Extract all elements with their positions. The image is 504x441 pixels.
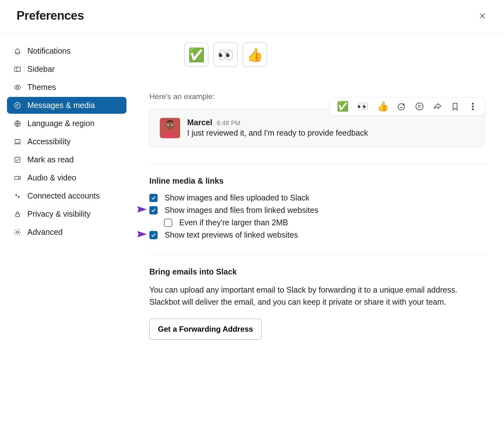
checkbox[interactable]: [149, 194, 158, 202]
sidebar-item-label: Accessibility: [27, 137, 71, 146]
panel-icon: [13, 65, 22, 73]
svg-point-19: [168, 125, 168, 125]
toolbar-emoji-check[interactable]: ✅: [337, 101, 349, 112]
sidebar-item-notifications[interactable]: Notifications: [7, 43, 126, 59]
option-show-text-previews[interactable]: Show text previews of linked websites: [149, 230, 485, 240]
sidebar-item-label: Audio & video: [27, 173, 76, 182]
page-title: Preferences: [17, 9, 84, 23]
pointer-arrow-icon: [125, 229, 147, 241]
svg-point-2: [17, 86, 18, 88]
one-click-emoji-row: ✅ 👀 👍: [149, 43, 485, 67]
svg-point-16: [166, 121, 174, 130]
message-hover-toolbar: ✅ 👀 👍: [330, 97, 485, 115]
sidebar-item-label: Notifications: [27, 46, 71, 56]
sidebar-item-language-region[interactable]: Language & region: [7, 115, 126, 132]
video-icon: [13, 174, 22, 182]
sidebar-item-accessibility[interactable]: Accessibility: [7, 133, 126, 150]
share-icon[interactable]: [432, 102, 442, 111]
svg-point-3: [15, 103, 20, 108]
svg-point-9: [17, 231, 18, 233]
toolbar-emoji-thumbs-up[interactable]: 👍: [377, 101, 389, 112]
thread-icon[interactable]: [415, 102, 424, 111]
close-button[interactable]: [477, 11, 487, 21]
svg-rect-0: [15, 67, 20, 71]
sidebar-item-themes[interactable]: Themes: [7, 79, 126, 96]
svg-point-13: [472, 106, 473, 107]
svg-rect-7: [15, 176, 18, 180]
inline-media-heading: Inline media & links: [149, 176, 485, 186]
svg-point-12: [472, 103, 473, 104]
divider: [149, 254, 485, 254]
sidebar: Notifications Sidebar Themes Messages & …: [0, 34, 133, 359]
message-icon: [13, 101, 22, 110]
forwarding-address-button[interactable]: Get a Forwarding Address: [149, 319, 262, 340]
svg-rect-6: [15, 157, 20, 162]
sidebar-item-label: Connected accounts: [27, 191, 100, 200]
sidebar-item-label: Language & region: [27, 119, 94, 128]
eye-icon: [13, 83, 22, 92]
emoji-button-thumbs-up[interactable]: 👍: [243, 43, 267, 67]
toolbar-emoji-eyes[interactable]: 👀: [357, 101, 369, 112]
more-actions-icon[interactable]: [468, 102, 478, 111]
emoji-button-eyes[interactable]: 👀: [214, 43, 238, 67]
bookmark-icon[interactable]: [450, 102, 460, 111]
checkbox[interactable]: [149, 206, 158, 214]
svg-point-11: [416, 103, 423, 110]
option-label: Show text previews of linked websites: [165, 230, 298, 240]
divider: [149, 163, 485, 164]
sidebar-item-label: Advanced: [27, 227, 63, 237]
example-message: ✅ 👀 👍 Marcel 6:48 PM I just r: [149, 109, 485, 147]
sidebar-item-label: Messages & media: [27, 101, 95, 110]
globe-icon: [13, 119, 22, 128]
sidebar-item-label: Sidebar: [27, 64, 55, 74]
sidebar-item-connected-accounts[interactable]: Connected accounts: [7, 187, 126, 204]
checkbox[interactable]: [164, 219, 172, 227]
option-label: Even if they're larger than 2MB: [179, 218, 288, 227]
emoji-button-check[interactable]: ✅: [184, 43, 208, 67]
message-timestamp: 6:48 PM: [217, 119, 240, 127]
gear-icon: [13, 228, 22, 236]
content: ✅ 👀 👍 Here's an example: ✅ 👀 👍: [133, 34, 504, 359]
svg-rect-8: [16, 214, 19, 217]
sidebar-item-label: Themes: [27, 83, 56, 92]
add-reaction-icon[interactable]: [397, 102, 406, 111]
option-show-linked-images[interactable]: Show images and files from linked websit…: [149, 206, 485, 215]
avatar: [160, 118, 180, 138]
svg-point-20: [172, 125, 172, 125]
pointer-arrow-icon: [125, 204, 147, 216]
svg-point-14: [472, 108, 473, 110]
sidebar-item-mark-as-read[interactable]: Mark as read: [7, 151, 126, 168]
transfer-icon: [13, 192, 22, 200]
option-show-uploaded[interactable]: Show images and files uploaded to Slack: [149, 193, 485, 202]
bell-icon: [13, 47, 22, 55]
option-label: Show images and files from linked websit…: [165, 206, 318, 215]
checkbox[interactable]: [149, 231, 158, 239]
sidebar-item-privacy-visibility[interactable]: Privacy & visibility: [7, 206, 126, 222]
option-larger-2mb[interactable]: Even if they're larger than 2MB: [164, 218, 485, 227]
message-author: Marcel: [187, 118, 212, 127]
close-icon: [479, 12, 486, 20]
option-label: Show images and files uploaded to Slack: [165, 193, 310, 202]
sidebar-item-messages-media[interactable]: Messages & media: [7, 97, 126, 114]
svg-rect-5: [15, 139, 20, 143]
emails-description: You can upload any important email to Sl…: [149, 284, 485, 308]
sidebar-item-label: Privacy & visibility: [27, 209, 91, 219]
lock-icon: [13, 210, 22, 218]
laptop-icon: [13, 138, 22, 146]
check-square-icon: [13, 156, 22, 164]
sidebar-item-advanced[interactable]: Advanced: [7, 224, 126, 241]
sidebar-item-audio-video[interactable]: Audio & video: [7, 169, 126, 186]
message-text: I just reviewed it, and I'm ready to pro…: [187, 128, 474, 138]
emails-heading: Bring emails into Slack: [149, 267, 485, 276]
sidebar-item-label: Mark as read: [27, 155, 74, 164]
sidebar-item-sidebar[interactable]: Sidebar: [7, 61, 126, 78]
